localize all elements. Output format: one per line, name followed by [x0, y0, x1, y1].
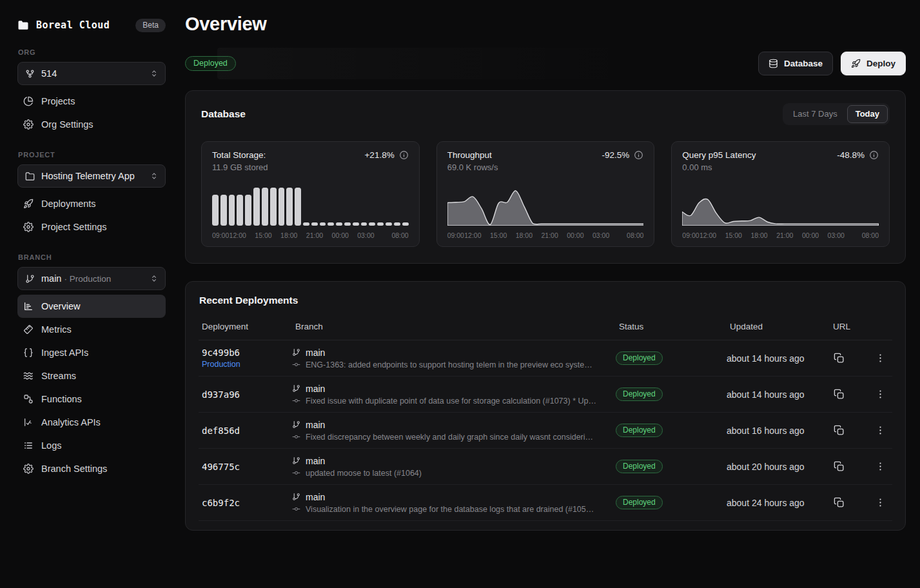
row-menu-button[interactable] — [875, 497, 886, 508]
sidebar-item-label: Branch Settings — [41, 464, 107, 474]
sidebar-item-metrics[interactable]: Metrics — [17, 318, 166, 341]
row-menu-button[interactable] — [875, 353, 886, 364]
header-highlight-band — [217, 48, 640, 79]
org-section-label: ORG — [18, 48, 166, 56]
updated-time: about 20 hours ago — [727, 462, 830, 472]
project-selector[interactable]: Hosting Telemetry App — [17, 164, 166, 188]
sidebar-item-analytics-apis[interactable]: Analytics APIs — [17, 411, 166, 434]
column-updated: Updated — [727, 322, 830, 331]
production-link[interactable]: Production — [202, 360, 292, 369]
deployments-title: Recent Deployments — [199, 295, 892, 306]
sidebar-item-label: Ingest APIs — [41, 348, 88, 358]
metric-card-storage: Total Storage: 11.9 GB stored +21.8% 09:… — [201, 141, 420, 247]
sidebar-item-project-settings[interactable]: Project Settings — [17, 215, 166, 239]
app-logo: Boreal Cloud Beta — [17, 17, 166, 34]
copy-url-button[interactable] — [834, 389, 845, 400]
sidebar-item-overview[interactable]: Overview — [17, 295, 166, 318]
rocket-icon — [851, 59, 861, 68]
header-buttons: Database Deploy — [758, 52, 906, 75]
sidebar-item-label: Projects — [41, 96, 75, 106]
git-branch-icon — [292, 384, 300, 393]
branch-selector[interactable]: main · Production — [17, 267, 166, 290]
workflow-icon — [23, 394, 34, 404]
info-icon[interactable] — [634, 150, 643, 160]
header-actions: Deployed Database Deploy — [185, 52, 906, 75]
folder-icon — [25, 172, 35, 181]
sidebar-item-branch-settings[interactable]: Branch Settings — [17, 457, 166, 480]
org-nav: Projects Org Settings — [17, 90, 166, 136]
table-row[interactable]: 9c499b6 Production main ENG-1363: added … — [199, 340, 892, 377]
metric-delta: -48.8% — [837, 150, 865, 160]
range-option-last-7-days[interactable]: Last 7 Days — [785, 105, 846, 123]
sidebar-item-logs[interactable]: Logs — [17, 434, 166, 457]
sidebar-item-label: Metrics — [41, 324, 72, 335]
git-branch-icon — [292, 456, 300, 465]
deployment-hash: def856d — [202, 426, 240, 436]
table-header: Deployment Branch Status Updated URL — [199, 313, 892, 340]
storage-bar-chart: 09:0012:0015:0018:0021:0000:0003:0008:00 — [212, 186, 409, 240]
git-branch-icon — [292, 348, 300, 357]
status-badge: Deployed — [616, 387, 663, 401]
throughput-area-chart: 09:0012:0015:0018:0021:0000:0003:0008:00 — [447, 186, 644, 240]
copy-url-button[interactable] — [834, 425, 845, 436]
org-selector[interactable]: 514 — [17, 62, 166, 85]
sidebar-item-org-settings[interactable]: Org Settings — [17, 113, 166, 136]
chart-line-icon — [23, 417, 34, 427]
metric-value: 0.00 ms — [682, 162, 756, 172]
row-menu-button[interactable] — [875, 425, 886, 436]
sidebar-item-label: Project Settings — [41, 222, 107, 232]
info-icon[interactable] — [869, 150, 879, 160]
git-commit-icon — [292, 397, 300, 405]
table-row[interactable]: d937a96 main Fixed issue with duplicate … — [199, 377, 892, 413]
git-commit-icon — [292, 505, 300, 513]
deployment-hash: d937a96 — [202, 389, 240, 400]
metric-card-throughput: Throughput 69.0 K rows/s -92.5% 09:0012:… — [436, 141, 655, 247]
metric-delta: -92.5% — [602, 150, 630, 160]
page-title: Overview — [185, 14, 906, 35]
list-icon — [23, 440, 34, 451]
table-row[interactable]: c6b9f2c main Visualization in the overvi… — [199, 485, 892, 521]
info-icon[interactable] — [399, 150, 409, 160]
git-commit-icon — [292, 360, 300, 369]
project-section-label: PROJECT — [18, 151, 166, 159]
sidebar-item-label: Overview — [41, 301, 80, 311]
status-badge: Deployed — [616, 351, 663, 365]
metric-cards: Total Storage: 11.9 GB stored +21.8% 09:… — [201, 141, 890, 247]
sidebar-item-ingest-apis[interactable]: Ingest APIs — [17, 341, 166, 364]
copy-url-button[interactable] — [834, 461, 845, 472]
row-menu-button[interactable] — [875, 389, 886, 400]
logo-folder-icon — [17, 19, 29, 31]
deployment-hash: 496775c — [202, 462, 240, 472]
branch-env-suffix: · Production — [64, 274, 111, 284]
deployments-panel: Recent Deployments Deployment Branch Sta… — [185, 281, 906, 531]
commit-message: Visualization in the overview page for t… — [306, 505, 598, 514]
sidebar-item-functions[interactable]: Functions — [17, 387, 166, 411]
git-branch-icon — [292, 493, 300, 501]
deploy-button[interactable]: Deploy — [841, 52, 906, 75]
sidebar-item-streams[interactable]: Streams — [17, 364, 166, 387]
chevrons-up-down-icon — [150, 172, 159, 181]
deploy-status-badge: Deployed — [185, 56, 236, 71]
sidebar-item-deployments[interactable]: Deployments — [17, 192, 166, 215]
database-button[interactable]: Database — [758, 52, 833, 75]
pie-chart-icon — [23, 96, 34, 106]
branch-name: main — [306, 348, 325, 358]
copy-url-button[interactable] — [834, 353, 845, 364]
project-selector-value: Hosting Telemetry App — [41, 171, 150, 181]
sidebar-item-label: Streams — [41, 371, 76, 381]
overview-chart-icon — [23, 301, 34, 311]
row-menu-button[interactable] — [875, 461, 886, 472]
commit-message: updated moose to latest (#1064) — [306, 469, 422, 478]
gear-icon — [23, 119, 34, 130]
app-title: Boreal Cloud — [36, 19, 135, 31]
copy-url-button[interactable] — [834, 497, 845, 508]
table-row[interactable]: def856d main Fixed discrepancy between w… — [199, 413, 892, 449]
git-commit-icon — [292, 469, 300, 477]
range-option-today[interactable]: Today — [847, 105, 888, 123]
git-branch-icon — [25, 274, 35, 284]
ruler-icon — [23, 324, 34, 335]
sidebar-item-projects[interactable]: Projects — [17, 90, 166, 113]
braces-icon — [23, 348, 34, 358]
branch-name: main — [306, 420, 325, 430]
table-row[interactable]: 496775c main updated moose to latest (#1… — [199, 449, 892, 485]
